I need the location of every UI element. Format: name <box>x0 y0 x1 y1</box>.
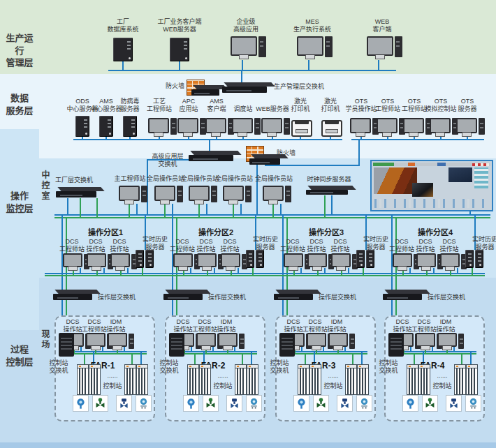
wire <box>396 353 476 354</box>
flow-transmitter-icon <box>465 395 481 412</box>
control-station-switch-icon <box>279 333 295 357</box>
transmitter-icon <box>293 395 309 412</box>
wire <box>80 347 82 351</box>
wire <box>191 347 192 351</box>
controller-rack-icon <box>466 364 478 395</box>
switch-label: 控制站 交换机 <box>373 359 404 375</box>
controller-rack-icon <box>454 364 466 395</box>
controller-rack-icon <box>418 364 430 395</box>
transmitter-icon <box>73 395 89 412</box>
wire <box>212 347 214 351</box>
transmitter-icon <box>183 395 199 412</box>
workstation-icon <box>437 333 457 347</box>
ellipsis-label: ...... <box>432 373 453 380</box>
workstation-icon <box>86 333 105 347</box>
control-valve-icon <box>422 395 438 412</box>
switch-label: 控制站 交换机 <box>264 359 295 375</box>
wire <box>410 347 411 351</box>
wire <box>323 347 324 351</box>
actuator-valve-icon <box>446 395 462 412</box>
switch-label: 控制站 交换机 <box>154 359 184 375</box>
control-station-switch-icon <box>169 333 184 357</box>
wire <box>301 347 302 351</box>
switch-label: 控制站 交换机 <box>43 359 74 375</box>
control-valve-icon <box>313 395 329 412</box>
controller-rack-icon <box>199 364 211 395</box>
wire <box>453 347 455 351</box>
workstation-icon <box>307 333 326 347</box>
controller-label: 控制站 <box>429 383 455 390</box>
controller-rack-icon <box>309 364 321 395</box>
control-valve-icon <box>92 395 108 412</box>
wire <box>432 347 433 351</box>
wire <box>396 351 476 352</box>
wire <box>102 347 103 351</box>
far-section: DCS 操作站 DCS 工程师站 IDM 操作站 控制站 交换机 FAR-4 .… <box>330 0 496 448</box>
wire <box>470 351 472 364</box>
transmitter-icon <box>402 395 418 412</box>
control-valve-icon <box>203 395 219 412</box>
controller-rack-icon <box>187 364 199 395</box>
control-station-switch-icon <box>59 333 74 357</box>
controller-rack-icon <box>77 364 89 395</box>
wire <box>461 353 462 364</box>
control-station-switch-icon <box>388 333 404 357</box>
workstation-icon <box>416 333 435 347</box>
dcs-architecture-diagram: 生产运行 管理层 数据 服务层 操作 监控层 过程 控制层 中控室 现场 工厂 … <box>0 0 496 448</box>
device-label: IDM 操作站 <box>430 318 461 334</box>
controller-rack-icon <box>298 364 309 395</box>
controller-rack-icon <box>89 364 101 395</box>
controller-rack-icon <box>407 364 418 395</box>
workstation-icon <box>196 333 216 347</box>
